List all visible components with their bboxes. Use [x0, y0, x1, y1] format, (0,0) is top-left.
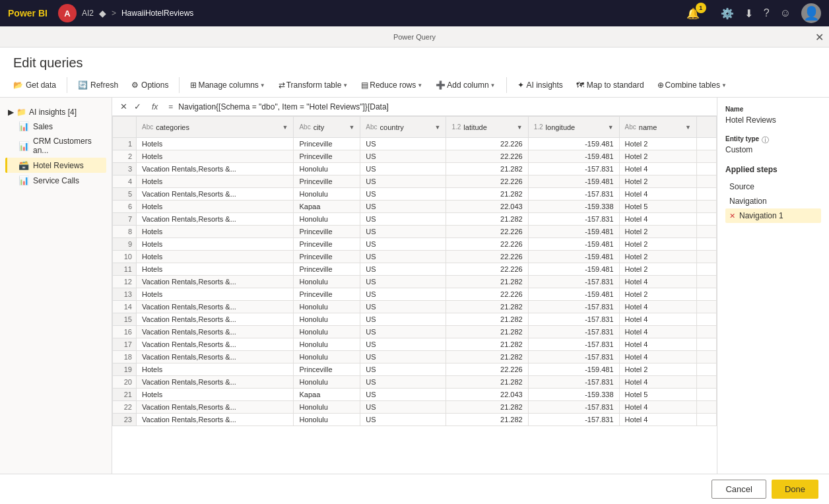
applied-step-navigation[interactable]: Navigation: [725, 194, 821, 208]
cell-categories: Hotels: [137, 175, 294, 188]
cell-latitude: 21.282: [446, 163, 528, 175]
cell-city: Honolulu: [294, 301, 360, 313]
cell-country: US: [360, 414, 446, 426]
formula-input[interactable]: [178, 102, 712, 111]
cell-categories: Vacation Rentals,Resorts &...: [137, 376, 294, 389]
map-to-standard-button[interactable]: 🗺 Map to standard: [571, 78, 649, 92]
col-header-longitude[interactable]: 1.2 longitude ▼: [528, 117, 619, 138]
cell-longitude: -159.481: [528, 175, 619, 188]
table-row: 7 Vacation Rentals,Resorts &... Honolulu…: [113, 213, 717, 226]
col-sort-country[interactable]: ▼: [435, 124, 441, 131]
applied-step-source[interactable]: Source: [725, 179, 821, 194]
user-profile-button[interactable]: 👤: [801, 3, 821, 23]
col-type-icon-lng: 1.2: [534, 123, 543, 131]
user-avatar-initial: A: [58, 4, 77, 22]
cell-latitude: 21.282: [446, 313, 528, 326]
cell-name: Hotel 2: [619, 150, 696, 163]
data-area: ✕ ✓ fx = Abc: [112, 98, 717, 474]
col-sort-lng[interactable]: ▼: [608, 124, 614, 131]
cell-country: US: [360, 263, 446, 276]
step-delete-icon[interactable]: ✕: [729, 212, 735, 220]
cell-country: US: [360, 301, 446, 313]
col-sort-categories[interactable]: ▼: [282, 124, 288, 131]
cell-longitude: -157.831: [528, 163, 619, 175]
cell-latitude: 21.282: [446, 326, 528, 338]
col-header-name[interactable]: Abc name ▼: [619, 117, 696, 138]
transform-table-button[interactable]: ⇄ Transform table ▼: [273, 78, 354, 92]
help-button[interactable]: ?: [764, 7, 770, 19]
query-item-service-calls[interactable]: 📊 Service Calls: [5, 173, 106, 188]
row-number: 20: [113, 376, 137, 389]
cell-name: Hotel 4: [619, 163, 696, 175]
cell-latitude: 22.226: [446, 175, 528, 188]
table-header-row: Abc categories ▼ Abc city ▼: [113, 117, 717, 138]
table-row: 6 Hotels Kapaa US 22.043 -159.338 Hotel …: [113, 201, 717, 213]
reduce-rows-button[interactable]: ▤ Reduce rows ▼: [356, 78, 428, 92]
cell-name: Hotel 4: [619, 376, 696, 389]
reduce-caret: ▼: [417, 82, 422, 88]
formula-equals: =: [166, 102, 176, 111]
cell-country: US: [360, 150, 446, 163]
cell-name: Hotel 2: [619, 138, 696, 150]
cell-city: Honolulu: [294, 213, 360, 226]
modal-header: Power Query ✕: [0, 26, 829, 47]
toolbar-divider-3: [506, 77, 507, 93]
add-column-button[interactable]: ➕ Add column ▼: [430, 78, 500, 92]
formula-cancel-button[interactable]: ✕: [117, 100, 130, 113]
step-label: Navigation: [729, 197, 767, 206]
gear-icon: ⚙️: [721, 7, 734, 20]
cell-extra: [697, 238, 717, 251]
table-row: 2 Hotels Princeville US 22.226 -159.481 …: [113, 150, 717, 163]
query-item-sales[interactable]: 📊 Sales: [5, 119, 106, 134]
query-item-crm[interactable]: 📊 CRM Customers an...: [5, 134, 106, 158]
col-header-categories[interactable]: Abc categories ▼: [137, 117, 294, 138]
applied-step-navigation-1[interactable]: ✕Navigation 1: [725, 208, 821, 223]
formula-confirm-button[interactable]: ✓: [131, 100, 144, 113]
cell-categories: Vacation Rentals,Resorts &...: [137, 313, 294, 326]
manage-columns-caret: ▼: [260, 82, 265, 88]
col-header-latitude[interactable]: 1.2 latitude ▼: [446, 117, 528, 138]
cell-latitude: 22.226: [446, 263, 528, 276]
table-row: 16 Vacation Rentals,Resorts &... Honolul…: [113, 326, 717, 338]
modal-close-button[interactable]: ✕: [815, 30, 824, 43]
download-button[interactable]: ⬇: [745, 7, 753, 20]
options-button[interactable]: ⚙ Options: [126, 78, 174, 92]
smiley-button[interactable]: ☺: [780, 7, 791, 19]
query-item-hotel-reviews[interactable]: 🗃️ Hotel Reviews: [5, 158, 106, 173]
col-header-city[interactable]: Abc city ▼: [294, 117, 360, 138]
refresh-button[interactable]: 🔄 Refresh: [73, 78, 123, 92]
cell-categories: Hotels: [137, 263, 294, 276]
notification-button[interactable]: 🔔 1: [686, 7, 710, 20]
cell-city: Princeville: [294, 263, 360, 276]
combine-tables-button[interactable]: ⊕ Combine tables ▼: [652, 78, 732, 92]
cell-categories: Vacation Rentals,Resorts &...: [137, 401, 294, 414]
get-data-icon: 📂: [13, 80, 23, 90]
done-button[interactable]: Done: [772, 480, 818, 499]
eq-title-bar: Edit queries: [0, 47, 829, 73]
col-sort-city[interactable]: ▼: [348, 124, 354, 131]
cell-country: US: [360, 351, 446, 363]
cell-extra: [697, 251, 717, 263]
cancel-button[interactable]: Cancel: [712, 480, 766, 499]
table-wrapper[interactable]: Abc categories ▼ Abc city ▼: [112, 116, 717, 474]
col-sort-name[interactable]: ▼: [685, 124, 691, 131]
cell-longitude: -159.481: [528, 150, 619, 163]
col-sort-lat[interactable]: ▼: [517, 124, 523, 131]
col-header-country[interactable]: Abc country ▼: [360, 117, 446, 138]
table-row: 3 Vacation Rentals,Resorts &... Honolulu…: [113, 163, 717, 175]
table-row: 9 Hotels Princeville US 22.226 -159.481 …: [113, 238, 717, 251]
manage-columns-button[interactable]: ⊞ Manage columns ▼: [185, 78, 270, 92]
cell-extra: [697, 401, 717, 414]
ai-icon: ✦: [517, 80, 524, 90]
table-row: 18 Vacation Rentals,Resorts &... Honolul…: [113, 351, 717, 363]
cell-country: US: [360, 401, 446, 414]
get-data-button[interactable]: 📂 Get data: [8, 78, 61, 92]
cell-country: US: [360, 175, 446, 188]
cell-longitude: -157.831: [528, 338, 619, 351]
query-group-header[interactable]: ▶ 📁 AI insights [4]: [5, 106, 106, 119]
combine-caret: ▼: [721, 82, 727, 88]
ai-insights-button[interactable]: ✦ AI insights: [512, 78, 568, 92]
settings-button[interactable]: ⚙️: [721, 7, 734, 20]
entity-type-info-icon[interactable]: ⓘ: [762, 135, 769, 145]
row-number: 7: [113, 213, 137, 226]
